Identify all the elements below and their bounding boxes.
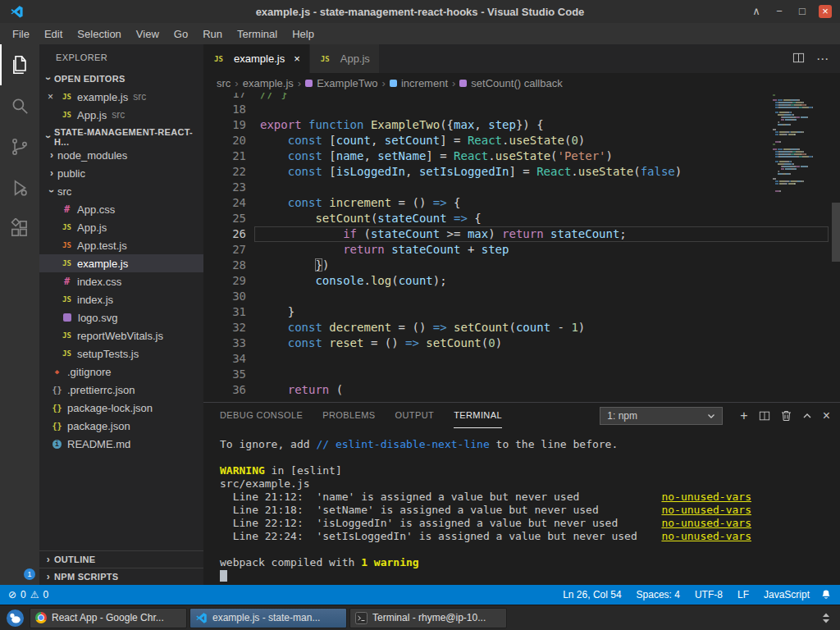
code-line-18[interactable]: 18 bbox=[203, 102, 840, 117]
line-number[interactable]: 19 bbox=[203, 117, 246, 133]
code-line-20[interactable]: 20 const [count, setCount] = React.useSt… bbox=[203, 133, 840, 148]
line-number[interactable]: 23 bbox=[203, 180, 246, 195]
shade-window-icon[interactable]: ∧ bbox=[750, 5, 763, 18]
tree-item-gitignore[interactable]: ◆.gitignore bbox=[39, 363, 203, 381]
line-number[interactable]: 31 bbox=[203, 304, 246, 320]
menu-view[interactable]: View bbox=[129, 28, 167, 40]
panel-tab-terminal[interactable]: TERMINAL bbox=[454, 403, 502, 428]
explorer-icon[interactable] bbox=[0, 44, 39, 85]
tree-item-setuptests-js[interactable]: JSsetupTests.js bbox=[39, 345, 203, 363]
workspace-switcher-icon[interactable] bbox=[820, 612, 840, 624]
code-line-25[interactable]: 25 setCount(stateCount => { bbox=[203, 211, 840, 226]
menu-go[interactable]: Go bbox=[167, 28, 195, 40]
code-line-34[interactable]: 34 bbox=[203, 351, 840, 367]
npm-scripts-section-header[interactable]: › NPM SCRIPTS bbox=[39, 568, 203, 585]
line-number[interactable]: 28 bbox=[203, 258, 246, 273]
code-line-27[interactable]: 27 return stateCount + step bbox=[203, 242, 840, 258]
search-icon[interactable] bbox=[0, 85, 39, 126]
line-number[interactable]: 26 bbox=[203, 226, 246, 242]
panel-tab-output[interactable]: OUTPUT bbox=[395, 403, 435, 428]
tree-item-public[interactable]: ›public bbox=[39, 164, 203, 182]
open-editors-header[interactable]: › OPEN EDITORS bbox=[39, 70, 203, 88]
tree-item-index-css[interactable]: #index.css bbox=[39, 272, 203, 290]
applications-menu-button[interactable] bbox=[0, 609, 30, 628]
more-actions-icon[interactable]: ⋯ bbox=[816, 52, 829, 66]
code-line-28[interactable]: 28 }) bbox=[203, 258, 840, 273]
code-line-35[interactable]: 35 bbox=[203, 367, 840, 382]
code-line-26[interactable]: 26 if (stateCount >= max) return stateCo… bbox=[203, 226, 840, 242]
close-editor-icon[interactable]: × bbox=[48, 91, 61, 103]
menu-run[interactable]: Run bbox=[195, 28, 230, 40]
line-number[interactable]: 34 bbox=[203, 351, 246, 367]
tree-item-app-js[interactable]: JSApp.js bbox=[39, 218, 203, 236]
taskbar-item-example-js-state-man[interactable]: example.js - state-man... bbox=[189, 608, 347, 628]
menu-edit[interactable]: Edit bbox=[37, 28, 70, 40]
code-line-21[interactable]: 21 const [name, setName] = React.useStat… bbox=[203, 148, 840, 164]
split-terminal-icon[interactable] bbox=[759, 410, 770, 422]
extensions-icon[interactable] bbox=[0, 208, 39, 249]
tree-item-app-test-js[interactable]: JSApp.test.js bbox=[39, 236, 203, 254]
tree-item-reportwebvitals-js[interactable]: JSreportWebVitals.js bbox=[39, 326, 203, 345]
eol[interactable]: LF bbox=[730, 589, 756, 600]
tree-item-app-css[interactable]: #App.css bbox=[39, 200, 203, 218]
eslint-rule-link[interactable]: no-unused-vars bbox=[661, 504, 751, 517]
open-editor-example-js[interactable]: ×JSexample.jssrc bbox=[39, 88, 203, 106]
line-number[interactable]: 35 bbox=[203, 367, 246, 382]
panel-tab-debug-console[interactable]: DEBUG CONSOLE bbox=[220, 403, 303, 428]
minimize-window-icon[interactable]: − bbox=[773, 5, 786, 18]
line-number[interactable]: 22 bbox=[203, 164, 246, 180]
breadcrumb-item-example-js[interactable]: example.js bbox=[243, 77, 294, 89]
line-number[interactable]: 27 bbox=[203, 242, 246, 258]
minimap[interactable] bbox=[773, 94, 830, 193]
code-editor[interactable]: 17// }1819export function ExampleTwo({ma… bbox=[203, 93, 840, 402]
taskbar-item-terminal-rhyme-ip-10[interactable]: Terminal - rhyme@ip-10... bbox=[349, 608, 507, 628]
eslint-rule-link[interactable]: no-unused-vars bbox=[661, 517, 751, 530]
manage-gear-icon[interactable]: 1 bbox=[0, 547, 39, 580]
line-number[interactable]: 29 bbox=[203, 273, 246, 289]
line-number[interactable]: 17 bbox=[203, 93, 246, 102]
breadcrumb-item-increment[interactable]: increment bbox=[390, 77, 448, 89]
line-number[interactable]: 24 bbox=[203, 195, 246, 211]
line-number[interactable]: 20 bbox=[203, 133, 246, 148]
eslint-rule-link[interactable]: no-unused-vars bbox=[661, 491, 751, 504]
indentation[interactable]: Spaces: 4 bbox=[629, 589, 687, 600]
kill-terminal-trash-icon[interactable] bbox=[781, 410, 792, 422]
close-panel-icon[interactable]: × bbox=[823, 409, 830, 422]
maximize-window-icon[interactable]: □ bbox=[796, 5, 809, 18]
menu-terminal[interactable]: Terminal bbox=[230, 28, 285, 40]
project-folder-header[interactable]: › STATE-MANAGEMENT-REACT-H... bbox=[39, 128, 203, 146]
line-number[interactable]: 32 bbox=[203, 320, 246, 336]
tree-item-prettierrc-json[interactable]: {}.prettierrc.json bbox=[39, 381, 203, 399]
editor-scrollbar-thumb[interactable] bbox=[832, 203, 840, 262]
open-editor-app-js[interactable]: JSApp.jssrc bbox=[39, 106, 203, 124]
tree-item-logo-svg[interactable]: logo.svg bbox=[39, 308, 203, 326]
line-number[interactable]: 30 bbox=[203, 289, 246, 304]
split-editor-icon[interactable] bbox=[792, 52, 805, 66]
line-number[interactable]: 21 bbox=[203, 148, 246, 164]
code-line-30[interactable]: 30 bbox=[203, 289, 840, 304]
code-line-33[interactable]: 33 const reset = () => setCount(0) bbox=[203, 336, 840, 351]
menu-file[interactable]: File bbox=[5, 28, 37, 40]
breadcrumb-item-src[interactable]: src bbox=[217, 77, 231, 89]
outline-section-header[interactable]: › OUTLINE bbox=[39, 550, 203, 568]
new-terminal-icon[interactable]: + bbox=[740, 409, 747, 422]
cursor-position[interactable]: Ln 26, Col 54 bbox=[555, 589, 628, 600]
source-control-icon[interactable] bbox=[0, 126, 39, 167]
close-tab-icon[interactable]: × bbox=[294, 52, 300, 65]
tree-item-node-modules[interactable]: ›node_modules bbox=[39, 146, 203, 164]
taskbar-item-react-app-google-chr[interactable]: React App - Google Chr... bbox=[30, 608, 187, 628]
code-line-31[interactable]: 31 } bbox=[203, 304, 840, 320]
code-line-36[interactable]: 36 return ( bbox=[203, 382, 840, 398]
line-number[interactable]: 36 bbox=[203, 382, 246, 398]
menu-selection[interactable]: Selection bbox=[70, 28, 128, 40]
close-window-icon[interactable]: × bbox=[819, 5, 832, 18]
editor-tab-app-js[interactable]: JSApp.js bbox=[310, 44, 380, 73]
terminal-selector[interactable]: 1: npm bbox=[600, 407, 723, 425]
encoding[interactable]: UTF-8 bbox=[687, 589, 730, 600]
language-mode[interactable]: JavaScript bbox=[756, 589, 817, 600]
code-line-32[interactable]: 32 const decrement = () => setCount(coun… bbox=[203, 320, 840, 336]
code-line-17[interactable]: 17// } bbox=[203, 93, 840, 102]
code-line-19[interactable]: 19export function ExampleTwo({max, step}… bbox=[203, 117, 840, 133]
tree-item-example-js[interactable]: JSexample.js bbox=[39, 254, 203, 272]
line-number[interactable]: 25 bbox=[203, 211, 246, 226]
